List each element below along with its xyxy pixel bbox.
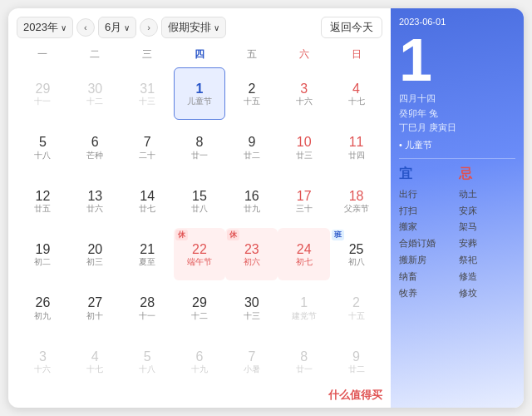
day-cell[interactable]: 18父亲节 xyxy=(330,175,382,227)
day-number: 17 xyxy=(297,188,312,204)
day-cell[interactable]: 7小暑 xyxy=(225,335,278,388)
day-cell[interactable]: 班25初八 xyxy=(330,228,382,280)
ji-item: 架马 xyxy=(459,219,515,235)
ji-item: 动土 xyxy=(459,186,515,203)
day-subtitle: 十一 xyxy=(34,97,51,106)
day-number: 9 xyxy=(248,134,255,150)
day-cell[interactable]: 5十八 xyxy=(17,121,69,173)
day-subtitle: 夏至 xyxy=(139,257,155,267)
day-cell[interactable]: 3十六 xyxy=(278,67,330,120)
day-cell[interactable]: 12廿五 xyxy=(17,175,69,227)
day-cell[interactable]: 2十五 xyxy=(330,281,382,334)
prev-month-button[interactable]: ‹ xyxy=(76,18,95,37)
day-number: 3 xyxy=(300,81,308,97)
weekday-fri: 五 xyxy=(225,45,278,64)
day-subtitle: 廿七 xyxy=(139,204,155,214)
day-subtitle: 初十 xyxy=(86,311,103,321)
day-cell[interactable]: 29十二 xyxy=(174,281,226,334)
day-number: 22 xyxy=(192,241,207,257)
day-cell[interactable]: 27初十 xyxy=(69,281,121,334)
day-cell[interactable]: 13廿六 xyxy=(69,175,121,227)
day-cell[interactable]: 14廿七 xyxy=(121,175,174,227)
day-cell[interactable]: 4十七 xyxy=(69,335,121,388)
day-number: 8 xyxy=(300,349,308,364)
day-cell[interactable]: 15廿八 xyxy=(174,175,226,227)
day-cell[interactable]: 10廿三 xyxy=(278,121,330,173)
day-subtitle: 父亲节 xyxy=(344,204,369,214)
yi-item: 搬家 xyxy=(399,219,456,235)
day-cell[interactable]: 1建党节 xyxy=(278,281,330,334)
day-cell[interactable]: 6芒种 xyxy=(69,121,121,173)
day-cell[interactable]: 2十五 xyxy=(225,67,278,120)
day-cell[interactable]: 9廿二 xyxy=(330,335,382,388)
right-panel: 2023-06-01 1 四月十四 癸卯年 兔 丁巳月 庚寅日 • 儿童节 宜 … xyxy=(391,8,524,408)
day-number: 26 xyxy=(36,295,51,310)
day-subtitle: 初六 xyxy=(244,257,260,267)
day-cell[interactable]: 8廿一 xyxy=(278,335,330,388)
today-button[interactable]: 返回今天 xyxy=(321,17,382,38)
weekday-sun: 日 xyxy=(330,45,382,64)
main-container: 2023年 ∨ ‹ 6月 ∨ › 假期安排 ∨ 返回今天 一 xyxy=(8,8,524,408)
weekday-sat: 六 xyxy=(278,45,330,64)
day-cell[interactable]: 26初九 xyxy=(17,281,69,334)
day-cell[interactable]: 4十七 xyxy=(330,67,382,120)
month-label: 6月 xyxy=(105,20,121,35)
right-date: 2023-06-01 xyxy=(399,17,515,27)
day-subtitle: 二十 xyxy=(139,151,155,161)
ji-title: 忌 xyxy=(459,166,515,183)
yi-item: 纳畜 xyxy=(399,269,456,285)
calendar-grid: 29十一30十二31十三1儿童节2十五3十六4十七5十八6芒种7二十8廿一9廿二… xyxy=(17,67,382,388)
lunar-line2: 癸卯年 兔 xyxy=(399,106,515,121)
right-lunar: 四月十四 癸卯年 兔 丁巳月 庚寅日 xyxy=(399,92,515,136)
year-select[interactable]: 2023年 ∨ xyxy=(17,17,73,38)
day-cell[interactable]: 30十三 xyxy=(225,281,278,334)
day-cell[interactable]: 3十六 xyxy=(17,335,69,388)
day-cell[interactable]: 7二十 xyxy=(121,121,174,173)
month-select[interactable]: 6月 ∨ xyxy=(98,17,136,38)
day-cell[interactable]: 9廿二 xyxy=(225,121,278,173)
day-subtitle: 初三 xyxy=(86,257,103,267)
day-cell[interactable]: 31十三 xyxy=(121,67,174,120)
day-number: 13 xyxy=(87,188,102,204)
day-number: 5 xyxy=(144,349,151,364)
day-cell[interactable]: 休23初六 xyxy=(225,228,278,280)
month-chevron: ∨ xyxy=(124,23,130,32)
day-number: 1 xyxy=(196,81,204,97)
weekday-tue: 二 xyxy=(69,45,121,64)
ji-item: 修造 xyxy=(459,269,515,285)
day-number: 21 xyxy=(140,241,155,257)
day-cell[interactable]: 21夏至 xyxy=(121,228,174,280)
day-cell[interactable]: 20初三 xyxy=(69,228,121,280)
year-chevron: ∨ xyxy=(61,23,66,32)
day-number: 1 xyxy=(300,295,308,310)
day-number: 29 xyxy=(36,81,51,97)
day-subtitle: 十五 xyxy=(348,311,365,321)
day-number: 19 xyxy=(36,241,51,257)
yi-item: 出行 xyxy=(399,186,456,203)
yi-item: 打扫 xyxy=(399,203,456,220)
day-number: 8 xyxy=(196,134,204,150)
day-number: 18 xyxy=(349,188,364,204)
day-cell[interactable]: 5十八 xyxy=(121,335,174,388)
day-cell[interactable]: 1儿童节 xyxy=(174,67,226,120)
day-cell[interactable]: 11廿四 xyxy=(330,121,382,173)
day-cell[interactable]: 24初七 xyxy=(278,228,330,280)
day-number: 29 xyxy=(192,295,207,310)
day-subtitle: 十五 xyxy=(244,97,260,106)
next-month-button[interactable]: › xyxy=(140,18,158,37)
holiday-select[interactable]: 假期安排 ∨ xyxy=(161,17,226,38)
day-cell[interactable]: 8廿一 xyxy=(174,121,226,173)
day-cell[interactable]: 6十九 xyxy=(174,335,226,388)
day-number: 10 xyxy=(297,134,312,150)
day-cell[interactable]: 19初二 xyxy=(17,228,69,280)
day-subtitle: 十二 xyxy=(86,97,103,106)
day-subtitle: 十二 xyxy=(191,311,208,321)
day-cell[interactable]: 16廿九 xyxy=(225,175,278,227)
day-cell[interactable]: 17三十 xyxy=(278,175,330,227)
day-cell[interactable]: 休22端午节 xyxy=(174,228,226,280)
day-cell[interactable]: 28十一 xyxy=(121,281,174,334)
day-cell[interactable]: 30十二 xyxy=(69,67,121,120)
day-subtitle: 廿九 xyxy=(244,204,260,214)
day-cell[interactable]: 29十一 xyxy=(17,67,69,120)
day-subtitle: 初八 xyxy=(348,257,365,267)
